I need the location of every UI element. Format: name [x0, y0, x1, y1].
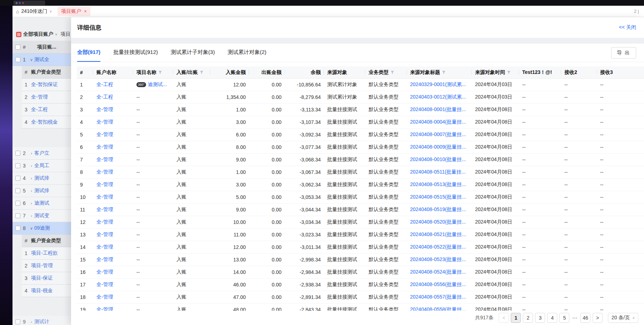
- chevron-down-icon[interactable]: ∨: [55, 32, 58, 36]
- sub-table-row[interactable]: 3全-工程: [22, 104, 71, 116]
- page-button-46[interactable]: 46: [580, 313, 590, 323]
- account-link[interactable]: 全-管理: [96, 306, 113, 311]
- fund-type-link[interactable]: 项目-保证: [31, 275, 53, 281]
- sidebar-row[interactable]: 5›测试排: [13, 185, 71, 197]
- account-link[interactable]: 全-管理: [96, 219, 113, 225]
- detail-tab-2[interactable]: 测试累计子对象(3): [171, 44, 215, 62]
- select-all-checkbox[interactable]: [15, 45, 20, 50]
- page-button-1[interactable]: 1: [511, 313, 521, 323]
- col-header-biz_type[interactable]: 业务类型: [365, 66, 407, 78]
- source_title-link[interactable]: 20240408-0007(批量挂...: [410, 131, 466, 137]
- expand-icon[interactable]: ›: [29, 189, 34, 193]
- filter-icon[interactable]: [200, 70, 204, 74]
- source_title-link[interactable]: 20240408-0519(批量挂...: [410, 206, 466, 212]
- account-link[interactable]: 全-管理: [96, 144, 113, 150]
- source_title-link[interactable]: 20240408-0523(批量挂...: [410, 256, 466, 262]
- account-link[interactable]: 全-管理: [96, 106, 113, 112]
- source_title-link[interactable]: 20240408-0001(批量挂...: [410, 106, 466, 112]
- account-group-link[interactable]: 全局工: [34, 162, 49, 169]
- row-checkbox[interactable]: [15, 176, 20, 181]
- account-link[interactable]: 全-管理: [96, 281, 113, 287]
- row-checkbox[interactable]: [15, 57, 20, 62]
- col-header-project[interactable]: 项目名称: [133, 66, 173, 78]
- page-button-2[interactable]: 2: [523, 313, 533, 323]
- expand-icon[interactable]: ›: [29, 151, 34, 155]
- source_title-link[interactable]: 20240408-0556(批量挂...: [410, 281, 466, 287]
- fund-type-link[interactable]: 全-工程: [31, 106, 48, 113]
- filter-icon[interactable]: [507, 70, 511, 74]
- page-button-3[interactable]: 3: [535, 313, 545, 323]
- table-row[interactable]: 10全-管理--入账5.000.00-3,053.34批量挂接测试默认业务类型2…: [77, 191, 644, 204]
- source_title-link[interactable]: 20240408-0009(批量挂...: [410, 144, 466, 150]
- sidebar-row[interactable]: 3›全局工: [13, 160, 71, 172]
- source_title-link[interactable]: 20240408-0557(批量挂...: [410, 294, 466, 300]
- table-row[interactable]: 1全-工程360°迪测试...入账12.000.00-10,856.64测试累计…: [77, 79, 644, 91]
- row-checkbox[interactable]: [15, 213, 20, 218]
- sidebar-row[interactable]: 1∨测试全: [13, 54, 71, 66]
- drawer-close-link[interactable]: << 关闭: [619, 24, 636, 31]
- page-button-5[interactable]: 5: [559, 313, 569, 323]
- account-link[interactable]: 全-管理: [96, 131, 113, 137]
- table-row[interactable]: 12全-管理--入账10.000.00-3,034.34批量挂接测试默认业务类型…: [77, 216, 644, 229]
- close-icon[interactable]: ×: [84, 9, 87, 14]
- table-row[interactable]: 19全-管理--入账48.000.00-2,843.34批量挂接测试默认业务类型…: [77, 304, 644, 311]
- col-header-direction[interactable]: 入账/出账: [173, 66, 210, 78]
- expand-icon[interactable]: ›: [29, 320, 34, 324]
- sub-table-row[interactable]: 4项目-税金: [22, 285, 71, 297]
- expand-icon[interactable]: ›: [29, 164, 34, 168]
- account-link[interactable]: 全-管理: [96, 231, 113, 237]
- sub-table-row[interactable]: 4全-暂扣税金: [22, 116, 71, 129]
- sidebar-row[interactable]: 8∨09迪测: [13, 222, 71, 235]
- sidebar-row[interactable]: 6›迪测试: [13, 197, 71, 210]
- fund-type-link[interactable]: 项目-工程款: [31, 250, 58, 256]
- table-row[interactable]: 15全-管理--入账13.000.00-2,998.34批量挂接测试默认业务类型…: [77, 254, 644, 266]
- table-row[interactable]: 9全-管理--入账3.000.00-3,062.34批量挂接测试默认业务类型20…: [77, 179, 644, 191]
- filter-icon[interactable]: [158, 70, 162, 74]
- expand-icon[interactable]: ›: [29, 176, 34, 180]
- collapse-icon[interactable]: ∨: [29, 58, 34, 62]
- account-link[interactable]: 全-工程: [96, 94, 113, 100]
- source_title-link[interactable]: 20240408-0522(批量挂...: [410, 244, 466, 250]
- table-row[interactable]: 18全-管理--入账47.000.00-2,891.34批量挂接测试默认业务类型…: [77, 291, 644, 304]
- sub-table-row[interactable]: 1全-暂扣保证: [22, 79, 71, 91]
- fund-type-link[interactable]: 项目-税金: [31, 288, 53, 294]
- export-button[interactable]: 导 出: [611, 47, 636, 59]
- table-row[interactable]: 5全-管理--入账6.000.00-3,092.34批量挂接测试默认业务类型20…: [77, 129, 644, 141]
- page-size-select[interactable]: 20 条/页 ∨: [608, 313, 638, 323]
- source_title-link[interactable]: 20240408-0524(批量挂...: [410, 269, 466, 275]
- col-header-source_time[interactable]: 来源对象时间: [472, 66, 519, 78]
- account-link[interactable]: 全-管理: [96, 206, 113, 212]
- sidebar-row[interactable]: 4›测试排: [13, 172, 71, 185]
- account-group-link[interactable]: 测试排: [34, 175, 49, 181]
- page-button-4[interactable]: 4: [547, 313, 557, 323]
- project-link[interactable]: 迪测试...: [148, 81, 167, 87]
- source_title-link[interactable]: 20240403-0012(测试累...: [410, 94, 466, 100]
- account-link[interactable]: 全-管理: [96, 256, 113, 262]
- account-link[interactable]: 全-管理: [96, 119, 113, 125]
- row-checkbox[interactable]: [15, 226, 20, 231]
- detail-tab-1[interactable]: 批量挂接测试(912): [113, 44, 158, 62]
- account-link[interactable]: 全-管理: [96, 269, 113, 275]
- row-checkbox[interactable]: [15, 188, 20, 193]
- account-link[interactable]: 全-管理: [96, 169, 113, 175]
- fund-type-link[interactable]: 全-暂扣税金: [31, 119, 58, 125]
- source_title-link[interactable]: 20240408-0513(批量挂...: [410, 181, 466, 187]
- source_title-link[interactable]: 20240408-0004(批量挂...: [410, 119, 466, 125]
- account-link[interactable]: 全-工程: [96, 81, 113, 87]
- account-link[interactable]: 全-管理: [96, 194, 113, 200]
- tab-project-account[interactable]: 项目账户 ×: [58, 7, 90, 16]
- account-group-link[interactable]: 测试变: [34, 212, 49, 219]
- source_title-link[interactable]: 20240408-0515(批量挂...: [410, 194, 466, 200]
- sub-table-row[interactable]: 3项目-保证: [22, 272, 71, 285]
- sidebar-header[interactable]: 全部项目账户 ∨ 项目: [13, 28, 71, 41]
- source_title-link[interactable]: 20240408-0010(批量挂...: [410, 156, 466, 162]
- table-row[interactable]: 4全-管理--入账3.000.00-3,107.34批量挂接测试默认业务类型20…: [77, 116, 644, 129]
- col-header-source_title[interactable]: 来源对象标题: [407, 66, 472, 78]
- detail-tab-0[interactable]: 全部(917): [77, 44, 100, 62]
- pagination-ellipsis[interactable]: •••: [572, 316, 578, 320]
- table-row[interactable]: 3全-管理--入账1.000.00-3,113.34批量挂接测试默认业务类型20…: [77, 104, 644, 116]
- expand-icon[interactable]: ›: [29, 201, 34, 205]
- sub-table-row[interactable]: 2项目-管理: [22, 260, 71, 272]
- table-row[interactable]: 6全-管理--入账8.000.00-3,077.34批量挂接测试默认业务类型20…: [77, 141, 644, 154]
- row-checkbox[interactable]: [15, 319, 20, 324]
